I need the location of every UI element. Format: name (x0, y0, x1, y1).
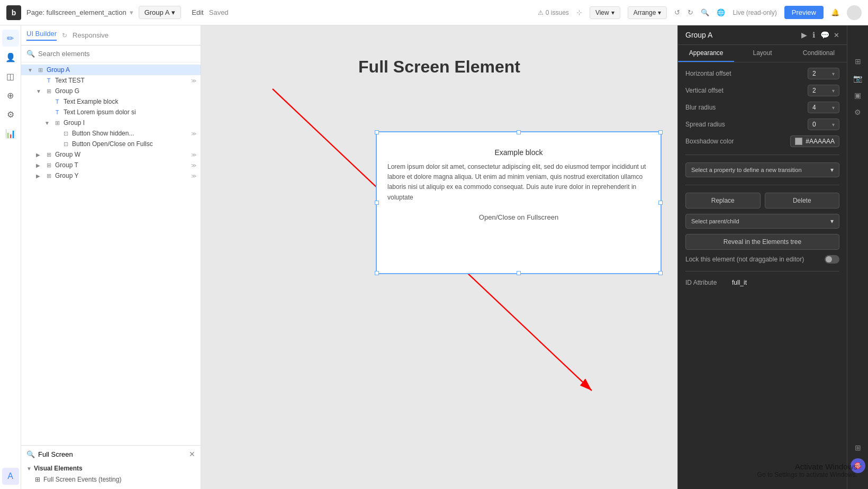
toggle-knob (826, 256, 832, 262)
apps-icon[interactable]: ⊞ (855, 443, 861, 452)
parent-child-select[interactable]: Select parent/child ▾ (685, 214, 839, 229)
comment-icon[interactable]: 💬 (820, 31, 829, 39)
close-icon[interactable]: ✕ (189, 450, 195, 458)
tab-appearance[interactable]: Appearance (678, 45, 734, 62)
layers-icon[interactable]: ▣ (854, 91, 861, 99)
plugin-icon[interactable]: ⊕ (2, 87, 19, 104)
horizontal-offset-row: Horizontal offset 2 ▾ (685, 68, 839, 79)
arrange-button[interactable]: Arrange ▾ (628, 6, 667, 19)
view-button[interactable]: View ▾ (590, 6, 620, 19)
boxshadow-color-picker[interactable]: #AAAAAA (790, 135, 839, 147)
resize-handle-tc[interactable] (517, 130, 521, 134)
divider (685, 185, 839, 185)
close-icon[interactable]: ✕ (834, 31, 839, 39)
resize-handle-tr[interactable] (658, 130, 663, 134)
database-icon[interactable]: ◫ (2, 68, 19, 85)
id-attribute-input[interactable] (732, 279, 811, 286)
settings-gear-icon[interactable]: ⚙ (854, 108, 861, 116)
right-panel-title: Group A (685, 31, 797, 39)
info-icon[interactable]: ℹ (812, 31, 815, 39)
resize-handle-bl[interactable] (375, 271, 379, 275)
tree-item-button-show[interactable]: ⊡ Button Show hidden... ≫ (21, 128, 201, 139)
search-icon: 🔍 (26, 450, 35, 458)
button-icon: ⊡ (61, 141, 70, 148)
color-swatch (795, 138, 802, 145)
search-input[interactable] (38, 50, 195, 58)
tree-item-label: Group T (55, 161, 189, 169)
transition-select[interactable]: Select a property to define a new transi… (685, 162, 839, 177)
builder-icon[interactable]: ✏ (2, 30, 19, 47)
vertical-offset-value[interactable]: 2 ▾ (808, 85, 839, 96)
undo-icon[interactable]: ↺ (674, 8, 680, 16)
avatar[interactable] (847, 5, 862, 20)
resize-handle-ml[interactable] (375, 201, 379, 205)
users-icon[interactable]: 👤 (2, 49, 19, 66)
globe-icon: 🌐 (717, 8, 725, 16)
search-icon[interactable]: 🔍 (701, 8, 709, 16)
replace-button[interactable]: Replace (685, 193, 761, 209)
open-close-button[interactable]: Open/Close on Fullscreen (377, 213, 661, 221)
lock-label: Lock this element (not draggable in edit… (685, 256, 820, 263)
horizontal-offset-value[interactable]: 2 ▾ (808, 68, 839, 79)
tree-item-group-i[interactable]: ▼ ⊞ Group I (21, 117, 201, 128)
tab-conditional[interactable]: Conditional (791, 45, 847, 62)
left-icon-strip: ✏ 👤 ◫ ⊕ ⚙ 📊 A (0, 25, 21, 489)
element-tree: ▼ ⊞ Group A T Text TEST ≫ ▼ ⊞ Group G T (21, 62, 201, 445)
redo-icon[interactable]: ↻ (688, 8, 693, 16)
search-bar: 🔍 (21, 46, 201, 62)
left-panel: UI Builder ↻ Responsive 🔍 ▼ ⊞ Group A T … (21, 25, 201, 489)
group-icon: ⊞ (35, 476, 40, 483)
tree-item-text-lorem[interactable]: T Text Lorem ipsum dolor si (21, 107, 201, 117)
notification-icon[interactable]: 🔔 (831, 8, 839, 16)
tree-item-label: Group W (55, 151, 189, 158)
lock-toggle[interactable] (825, 255, 839, 264)
user-circle-icon[interactable]: 🎯 (851, 458, 865, 473)
pointer-icon: ⊹ (576, 8, 582, 16)
topbar-right: ⚠ 0 issues ⊹ View ▾ Arrange ▾ ↺ ↻ 🔍 🌐 Li… (538, 5, 862, 20)
text-icon: T (53, 98, 61, 105)
saved-label: Saved (209, 8, 229, 16)
badge: ≫ (191, 78, 196, 84)
play-icon[interactable]: ▶ (801, 31, 807, 39)
group-chevron-icon: ▾ (171, 8, 175, 16)
boxshadow-color-label: Boxshadow color (685, 138, 786, 145)
group-icon: ⊞ (44, 88, 53, 95)
blur-radius-label: Blur radius (685, 104, 803, 111)
tab-responsive[interactable]: Responsive (73, 31, 108, 39)
tree-item-button-open[interactable]: ⊡ Button Open/Close on Fullsc (21, 139, 201, 149)
badge: ≫ (191, 162, 196, 168)
resize-handle-tl[interactable] (375, 130, 379, 134)
user-avatar-icon[interactable]: A (2, 468, 19, 485)
view-label: View (595, 9, 609, 16)
right-panel-icons: ▶ ℹ 💬 (801, 31, 829, 39)
reveal-button[interactable]: Reveal in the Elements tree (685, 234, 839, 250)
delete-button[interactable]: Delete (765, 193, 840, 209)
tree-item-group-y[interactable]: ▶ ⊞ Group Y ≫ (21, 170, 201, 181)
group-selector[interactable]: Group A ▾ (139, 6, 182, 19)
resize-handle-bc[interactable] (517, 271, 521, 275)
fullscreen-search-input[interactable] (38, 450, 186, 458)
example-block-title: Example block (377, 132, 661, 157)
grid-icon[interactable]: ⊞ (855, 57, 861, 66)
blur-radius-value[interactable]: 4 ▾ (808, 102, 839, 113)
tab-ui-builder[interactable]: UI Builder (26, 30, 57, 41)
camera-icon[interactable]: 📷 (853, 74, 862, 83)
tree-item-text-example[interactable]: T Text Example block (21, 96, 201, 107)
resize-handle-br[interactable] (658, 271, 663, 275)
canvas-group-a-element[interactable]: Example block Lorem ipsum dolor sit amet… (376, 131, 662, 274)
chart-icon[interactable]: 📊 (2, 125, 19, 142)
tree-item-text-test[interactable]: T Text TEST ≫ (21, 75, 201, 86)
tree-item-group-t[interactable]: ▶ ⊞ Group T ≫ (21, 160, 201, 170)
preview-button[interactable]: Preview (784, 6, 824, 19)
fs-item-events[interactable]: ⊞ Full Screen Events (testing) (26, 474, 195, 485)
tree-item-group-g[interactable]: ▼ ⊞ Group G (21, 86, 201, 96)
tree-item-group-w[interactable]: ▶ ⊞ Group W ≫ (21, 149, 201, 160)
collapse-icon[interactable]: ▼ (26, 466, 32, 472)
resize-handle-mr[interactable] (658, 201, 663, 205)
fs-item-label: Full Screen Events (testing) (43, 476, 121, 483)
spread-radius-value[interactable]: 0 ▾ (808, 119, 839, 130)
tab-layout[interactable]: Layout (734, 45, 790, 62)
tree-item-group-a[interactable]: ▼ ⊞ Group A (21, 65, 201, 75)
settings-icon[interactable]: ⚙ (2, 106, 19, 123)
chevron-down-icon: ▾ (832, 71, 835, 77)
